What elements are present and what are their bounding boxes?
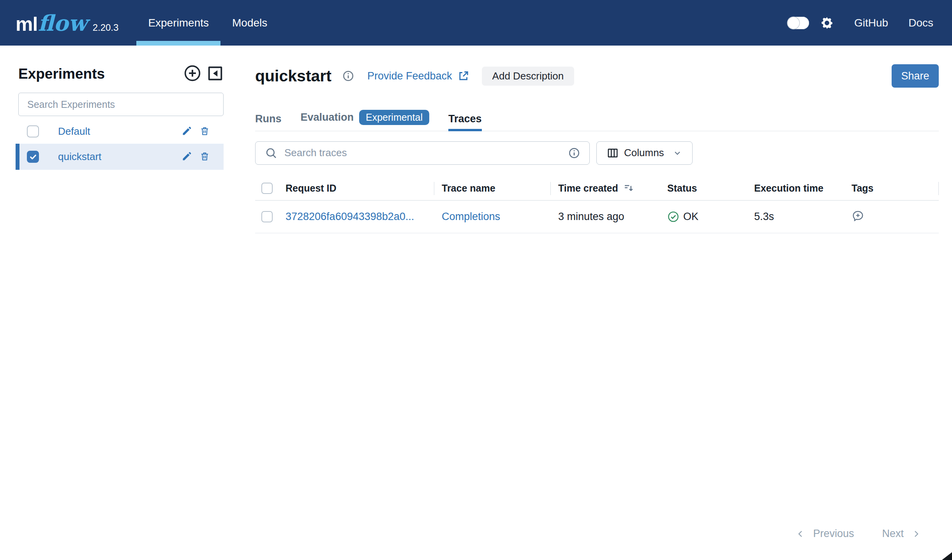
search-experiments-input[interactable] <box>18 93 224 116</box>
share-button[interactable]: Share <box>892 64 939 88</box>
tab-evaluation-label: Evaluation <box>301 111 354 123</box>
check-circle-icon <box>667 211 679 223</box>
mlflow-app: ml flow 2.20.3 Experiments Models GitHub… <box>0 0 952 560</box>
chevron-down-icon <box>672 148 682 158</box>
logo-flow-text: flow <box>38 10 87 36</box>
external-link-icon <box>458 70 469 82</box>
pagination: Previous Next <box>796 528 921 540</box>
delete-experiment-button[interactable] <box>200 151 210 162</box>
previous-page-button[interactable]: Previous <box>796 528 854 540</box>
sidebar-title: Experiments <box>18 66 183 82</box>
next-label: Next <box>882 528 904 540</box>
column-divider <box>938 182 939 195</box>
edit-experiment-button[interactable] <box>182 151 192 163</box>
previous-label: Previous <box>813 528 854 540</box>
header-time-created[interactable]: Time created <box>550 182 664 194</box>
collapse-sidebar-button[interactable] <box>207 65 224 83</box>
cursor-artifact <box>942 552 952 560</box>
header-request-id[interactable]: Request ID <box>279 183 434 194</box>
gear-icon[interactable] <box>820 16 834 30</box>
trace-name-link[interactable]: Completions <box>442 211 500 222</box>
traces-table-header: Request ID Trace name Time created Statu… <box>255 176 939 201</box>
column-divider <box>550 182 551 195</box>
speech-bubble-plus-icon <box>852 210 864 224</box>
chevron-left-icon <box>796 529 805 539</box>
page-title: quickstart <box>255 67 331 85</box>
docs-link[interactable]: Docs <box>908 17 933 29</box>
traces-toolbar: Columns <box>255 141 939 165</box>
traces-table: Request ID Trace name Time created Statu… <box>255 176 939 233</box>
search-info-icon[interactable] <box>568 147 580 159</box>
status-text: OK <box>683 211 698 223</box>
version-label: 2.20.3 <box>93 22 119 33</box>
experiment-link-default[interactable]: Default <box>58 125 182 137</box>
search-traces-box[interactable] <box>255 141 590 165</box>
columns-button[interactable]: Columns <box>596 141 693 165</box>
header-trace-name[interactable]: Trace name <box>434 183 550 194</box>
status-badge: OK <box>667 211 698 223</box>
github-link[interactable]: GitHub <box>854 17 888 29</box>
experiment-item-quickstart[interactable]: quickstart <box>16 144 224 170</box>
header-status[interactable]: Status <box>664 183 751 194</box>
header-execution-time[interactable]: Execution time <box>751 183 848 194</box>
chevron-right-icon <box>911 529 921 539</box>
experiment-checkbox-default[interactable] <box>27 125 39 137</box>
trace-execution-time: 5.3s <box>751 211 848 223</box>
theme-toggle[interactable] <box>787 17 809 29</box>
experiment-checkbox-quickstart[interactable] <box>27 151 39 163</box>
sidebar-header: Experiments <box>18 64 224 83</box>
header-tags[interactable]: Tags <box>848 183 939 194</box>
add-tag-button[interactable] <box>852 210 864 224</box>
primary-nav: Experiments Models <box>136 0 279 46</box>
content-area: Experiments Default <box>0 46 952 560</box>
pencil-icon <box>182 125 192 137</box>
columns-button-label: Columns <box>624 147 664 159</box>
add-experiment-button[interactable] <box>183 64 201 83</box>
tab-runs[interactable]: Runs <box>255 113 282 131</box>
trace-request-id-link[interactable]: 3728206fa60943398b2a0... <box>286 211 414 223</box>
edit-experiment-button[interactable] <box>182 125 192 137</box>
logo-ml-text: ml <box>16 13 37 35</box>
tab-runs-label: Runs <box>255 113 282 125</box>
trash-icon <box>200 151 210 162</box>
trace-time-created: 3 minutes ago <box>550 211 664 223</box>
nav-tab-models[interactable]: Models <box>220 0 279 46</box>
experiment-header: quickstart Provide Feedback Add Descript… <box>255 64 939 88</box>
experiments-sidebar: Experiments Default <box>0 46 255 560</box>
trace-row-checkbox[interactable] <box>261 211 273 222</box>
delete-experiment-button[interactable] <box>200 126 210 137</box>
tab-traces[interactable]: Traces <box>448 113 482 131</box>
experimental-badge: Experimental <box>359 110 429 125</box>
nav-tab-experiments[interactable]: Experiments <box>136 0 220 46</box>
select-all-checkbox[interactable] <box>261 183 273 194</box>
experiment-detail-panel: quickstart Provide Feedback Add Descript… <box>255 46 952 560</box>
panel-collapse-icon <box>207 65 224 83</box>
table-columns-icon <box>606 147 619 159</box>
search-traces-input[interactable] <box>284 147 568 159</box>
column-divider <box>434 182 434 195</box>
mlflow-logo[interactable]: ml flow 2.20.3 <box>16 10 118 36</box>
next-page-button[interactable]: Next <box>882 528 921 540</box>
provide-feedback-link[interactable]: Provide Feedback <box>367 70 452 82</box>
navbar-right-group: GitHub Docs <box>787 16 933 30</box>
tab-traces-label: Traces <box>448 113 482 125</box>
info-circle-icon[interactable] <box>342 70 354 82</box>
experiment-item-default[interactable]: Default <box>16 119 224 144</box>
pencil-icon <box>182 151 192 163</box>
add-description-button[interactable]: Add Description <box>482 67 575 86</box>
tab-evaluation[interactable]: Evaluation Experimental <box>301 110 429 131</box>
trace-table-row[interactable]: 3728206fa60943398b2a0... Completions 3 m… <box>255 201 939 233</box>
top-navbar: ml flow 2.20.3 Experiments Models GitHub… <box>0 0 952 46</box>
sort-descending-icon[interactable] <box>623 182 635 194</box>
magnifier-icon <box>265 147 277 159</box>
experiment-link-quickstart[interactable]: quickstart <box>58 151 182 163</box>
experiments-list: Default qu <box>16 119 224 170</box>
plus-circle-icon <box>183 64 201 83</box>
theme-toggle-knob <box>788 17 799 29</box>
trash-icon <box>200 126 210 137</box>
header-time-created-label: Time created <box>558 183 618 194</box>
experiment-tabs: Runs Evaluation Experimental Traces <box>255 110 939 131</box>
